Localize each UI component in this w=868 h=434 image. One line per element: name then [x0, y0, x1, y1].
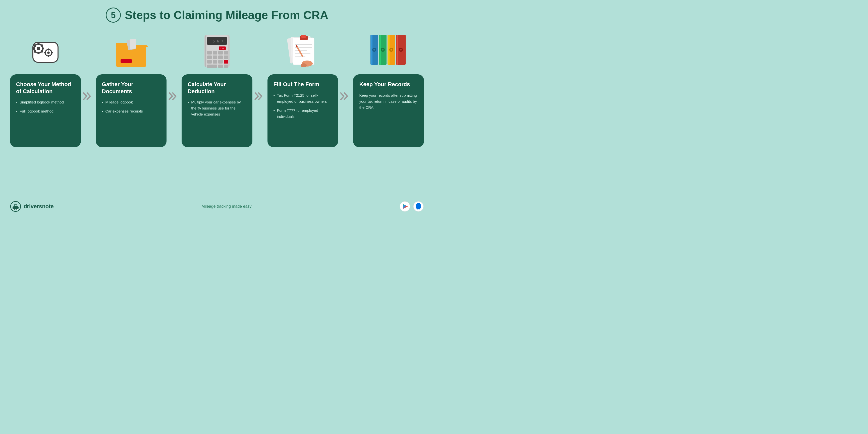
svg-point-2 [37, 47, 40, 50]
arrow-4 [338, 30, 353, 102]
step-col-4: Fill Out The Form Tax Form T2125 for sel… [268, 30, 338, 147]
svg-rect-32 [213, 56, 217, 59]
svg-rect-6 [33, 48, 35, 49]
logo-area: driversnote [10, 201, 54, 212]
svg-rect-41 [224, 65, 228, 68]
step1-bullet-1: Simplified logbook method [16, 99, 75, 105]
step1-bullet-2: Full logbook method [16, 108, 75, 114]
store-icons [399, 201, 424, 212]
step-card-3: Calculate Your Deduction Multiply your c… [182, 74, 252, 147]
step1-icon-area [10, 30, 81, 70]
step2-bullet-2: Car expenses receipts [102, 108, 161, 114]
step-col-3: 5 6 7 ON [182, 30, 252, 147]
svg-text:5 6 7: 5 6 7 [213, 39, 223, 43]
svg-point-76 [17, 209, 18, 210]
step2-title: Gather Your Documents [102, 81, 161, 95]
step-col-2: Gather Your Documents Mileage logbook Ca… [96, 30, 167, 147]
page-title: Steps to Claiming Mileage From CRA [125, 8, 328, 22]
step4-list: Tax Form T2125 for self-employed or busi… [274, 92, 332, 120]
svg-rect-33 [218, 56, 223, 59]
gears-icon [28, 35, 63, 70]
step3-body: Multiply your car expenses by the % busi… [188, 99, 246, 117]
step-card-5: Keep Your Records Keep your records afte… [353, 74, 424, 147]
step2-list: Mileage logbook Car expenses receipts [102, 99, 161, 114]
svg-rect-14 [48, 55, 49, 57]
step1-body: Simplified logbook method Full logbook m… [16, 99, 75, 114]
arrow-3 [252, 30, 268, 102]
step2-icon-area [96, 30, 167, 70]
clipboard-icon [284, 32, 322, 70]
svg-rect-34 [224, 56, 228, 59]
arrow-1 [81, 30, 96, 102]
step4-bullet-2: Form T777 for employed individuals [274, 107, 332, 120]
arrow-2 [166, 30, 182, 102]
svg-rect-31 [207, 56, 212, 59]
step3-list: Multiply your car expenses by the % busi… [188, 99, 246, 117]
svg-rect-36 [213, 60, 217, 64]
step4-title: Fill Out The Form [274, 81, 332, 88]
svg-rect-15 [51, 52, 53, 54]
svg-rect-4 [38, 52, 39, 54]
svg-point-81 [419, 203, 420, 204]
svg-rect-45 [293, 38, 314, 65]
step-number: 5 [111, 10, 116, 20]
folder-icon [114, 37, 149, 70]
step3-title: Calculate Your Deduction [188, 81, 246, 95]
step5-icon-area [353, 30, 424, 70]
svg-rect-77 [14, 205, 17, 206]
step3-icon-area: 5 6 7 ON [182, 30, 252, 70]
chevron-arrow-3 [254, 90, 266, 102]
svg-rect-37 [218, 60, 223, 64]
svg-rect-29 [218, 51, 223, 55]
chevron-arrow-2 [168, 90, 180, 102]
svg-point-60 [373, 49, 375, 51]
svg-rect-5 [42, 48, 44, 49]
svg-rect-39 [207, 65, 217, 68]
svg-rect-40 [218, 65, 223, 68]
svg-rect-70 [397, 35, 398, 65]
svg-point-56 [301, 63, 307, 67]
step1-title: Choose Your Method of Calculation [16, 81, 75, 95]
app-store-icon[interactable] [413, 201, 424, 212]
step5-title: Keep Your Records [359, 81, 418, 88]
step4-bullet-1: Tax Form T2125 for self-employed or busi… [274, 92, 332, 104]
svg-rect-47 [301, 35, 306, 38]
step-card-1: Choose Your Method of Calculation Simpli… [10, 74, 81, 147]
step2-bullet-1: Mileage logbook [102, 99, 161, 105]
step-card-2: Gather Your Documents Mileage logbook Ca… [96, 74, 167, 147]
step2-body: Mileage logbook Car expenses receipts [102, 99, 161, 114]
chevron-arrow-1 [82, 90, 95, 102]
step-col-5: Keep Your Records Keep your records afte… [353, 30, 424, 147]
footer: driversnote Mileage tracking made easy [10, 201, 424, 212]
svg-rect-16 [44, 52, 46, 54]
step3-bullet-1: Multiply your car expenses by the % busi… [188, 99, 246, 117]
steps-container: Choose Your Method of Calculation Simpli… [10, 30, 424, 196]
logo-text: driversnote [24, 203, 54, 210]
step1-list: Simplified logbook method Full logbook m… [16, 99, 75, 114]
driversnote-logo-icon [10, 201, 21, 212]
step4-icon-area [268, 30, 338, 70]
svg-rect-20 [121, 59, 132, 63]
svg-rect-30 [224, 51, 228, 55]
svg-rect-42 [205, 35, 207, 67]
google-play-icon[interactable] [399, 201, 410, 212]
svg-point-12 [47, 52, 50, 54]
svg-text:ON: ON [220, 47, 224, 50]
page-wrapper: 5 Steps to Claiming Mileage From CRA [0, 0, 434, 217]
svg-rect-19 [130, 39, 136, 49]
svg-point-75 [13, 209, 14, 210]
step-col-1: Choose Your Method of Calculation Simpli… [10, 30, 81, 147]
step5-body: Keep your records after submitting your … [359, 92, 418, 111]
chevron-arrow-4 [339, 90, 352, 102]
svg-rect-3 [38, 43, 39, 45]
step-number-circle: 5 [106, 7, 121, 23]
svg-rect-28 [213, 51, 217, 55]
svg-point-64 [382, 49, 384, 51]
footer-tagline: Mileage tracking made easy [202, 204, 251, 209]
calculator-icon: 5 6 7 ON [201, 33, 233, 70]
svg-rect-38 [224, 60, 228, 64]
svg-rect-13 [48, 49, 49, 51]
svg-rect-35 [207, 60, 212, 64]
header: 5 Steps to Claiming Mileage From CRA [106, 7, 328, 23]
svg-point-68 [390, 49, 392, 51]
